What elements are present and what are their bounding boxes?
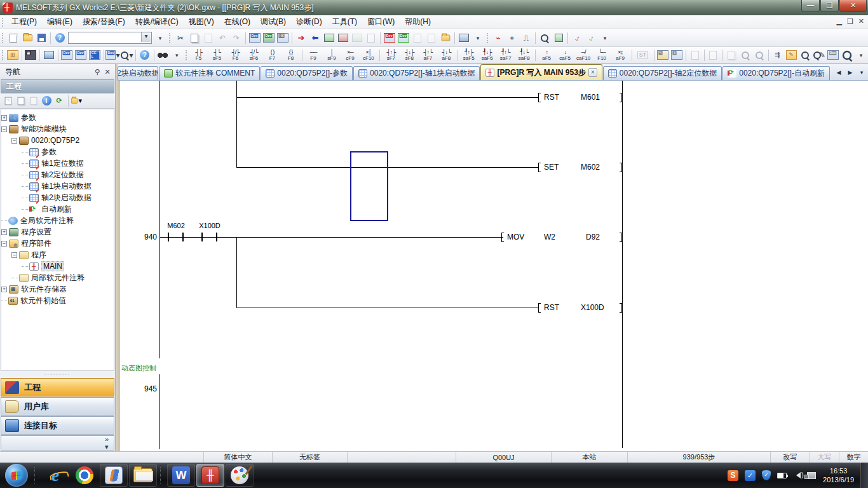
nav-more-button[interactable]: »▾ [1, 435, 114, 451]
ladder-key-delete-rung[interactable]: ×↨aF9 [612, 48, 629, 62]
copy-button[interactable] [188, 32, 201, 44]
read-from-plc-button[interactable]: ⬅ [309, 32, 322, 44]
ladder-key-vline[interactable]: │sF9 [323, 48, 340, 62]
restore-button[interactable]: ❑ [820, 0, 839, 12]
tree-item-device-initial-value[interactable]: 软元件初始值 [1, 295, 114, 306]
device-batch-monitor-icon[interactable]: HX [276, 32, 289, 44]
contact-x100d[interactable] [201, 233, 217, 241]
toolbar-overflow-icon[interactable]: ▾ [170, 49, 183, 62]
instruction-rst-m601[interactable]: RST M601 [538, 92, 622, 102]
tree-item-main[interactable]: MAIN [1, 261, 114, 272]
inline-comment-icon[interactable]: ✎ [656, 49, 669, 62]
tab-main-program[interactable]: [PRG]R 写入 MAIN 953步× [480, 64, 602, 80]
menu-tools[interactable]: 工具(T) [327, 15, 362, 29]
jump-button[interactable] [439, 32, 452, 44]
tree-item-program-setting[interactable]: +程序设置 [1, 226, 114, 238]
nav-close-icon[interactable]: ✕ [102, 68, 112, 76]
remote-operation-button[interactable] [365, 32, 377, 44]
tree-item-axis2-block-start[interactable]: 轴2块启动数据 [1, 192, 114, 203]
menu-view[interactable]: 视图(V) [184, 15, 219, 29]
ladder-key-coil[interactable]: ( )F7 [264, 48, 281, 62]
help-icon[interactable]: ? [53, 32, 66, 44]
instruction-rst-x100d[interactable]: RST X100D [538, 302, 622, 313]
ladder-key-pulse-ne-rise[interactable]: ┦↑├saF5 [460, 48, 477, 62]
tree-item-parameter[interactable]: +参数 [1, 112, 114, 123]
ladder-key-pulse-fall-branch[interactable]: ┤↓└aF8 [438, 48, 455, 62]
toolbar-overflow-icon[interactable]: ▾ [471, 32, 484, 44]
ladder-key-pulse-fall[interactable]: ┤↓├sF8 [401, 48, 418, 62]
instruction-set-m602[interactable]: SET M602 [538, 162, 622, 172]
taskbar-gxworks2-icon[interactable]: ╫ [196, 464, 224, 487]
tab-list-button[interactable]: ▾ [857, 67, 867, 78]
device-test-icon[interactable]: Dev [383, 32, 396, 44]
taskbar-explorer-icon[interactable] [129, 464, 157, 487]
menu-debug[interactable]: 调试(B) [255, 15, 291, 29]
monitor-stop-button[interactable] [337, 32, 349, 44]
watch-start-icon[interactable] [538, 32, 551, 44]
tray-network-icon[interactable] [807, 472, 816, 479]
tree-item-qd75p2[interactable]: −0020:QD75P2 [1, 135, 114, 146]
nav-sort-dropdown[interactable]: ▾ [71, 95, 82, 107]
ladder-editor[interactable]: RST M601 SET M602 940 M602 [118, 81, 868, 451]
menu-diagnostics[interactable]: 诊断(D) [291, 15, 327, 29]
toolbar-overflow-icon[interactable]: ▾ [855, 49, 867, 62]
device-comment-display-icon[interactable]: Dev [248, 32, 261, 44]
menu-online[interactable]: 在线(O) [219, 15, 255, 29]
nav-button-connection[interactable]: 连接目标 [1, 416, 114, 435]
mdi-close-button[interactable]: ✕ [858, 17, 864, 25]
ladder-key-hline[interactable]: ──F9 [304, 48, 322, 62]
menu-help[interactable]: 帮助(H) [400, 15, 436, 29]
ladder-key-delete-vline[interactable]: ×│cF10 [360, 48, 377, 62]
tab-qd75-parameter[interactable]: 0020:QD75P2[]-参数 [261, 66, 353, 80]
device-search-dropdown[interactable]: ▾ [120, 49, 133, 62]
tray-antivirus-icon[interactable]: ✓ [745, 470, 756, 481]
ladder-key-open-branch[interactable]: ┤└sF5 [208, 48, 226, 62]
show-desktop-button[interactable] [860, 463, 868, 488]
tree-item-qd75-parameter[interactable]: 参数 [1, 146, 114, 158]
verify-with-plc-button[interactable] [351, 32, 363, 44]
open-project-button[interactable] [21, 32, 34, 44]
device-ccl-icon[interactable]: CC-L [88, 49, 101, 62]
monitor-mode-icon[interactable] [799, 49, 811, 62]
tab-scroll-right-button[interactable]: ▶ [845, 67, 855, 78]
taskbar-clock[interactable]: 16:53 2013/6/19 [823, 466, 854, 484]
edit-disabled-2-icon[interactable] [707, 49, 719, 62]
tree-item-intelligent-module[interactable]: −智能功能模块 [1, 123, 114, 135]
inline-statement-icon[interactable]: -⊦ [670, 49, 683, 62]
toolbar-overflow-icon[interactable]: ▾ [599, 32, 611, 44]
pulse-tool-icon[interactable]: ⎍ [520, 32, 532, 44]
tab-axis2-block-start[interactable]: 轴2块启动数据 [118, 66, 158, 80]
redo-button[interactable]: ↷ [230, 32, 243, 44]
nav-splitter-handle[interactable]: ········· [0, 371, 115, 377]
menu-edit[interactable]: 编辑(E) [42, 15, 78, 29]
navigation-window-toggle[interactable]: ⊞ [6, 49, 19, 62]
save-project-button[interactable] [35, 32, 48, 44]
ladder-key-pulse-rise-branch[interactable]: ┤↑└aF7 [419, 48, 437, 62]
read-mode-icon[interactable]: ⇶ [771, 49, 783, 62]
tray-volume-icon[interactable] [793, 472, 801, 478]
menu-project[interactable]: 工程(P) [6, 15, 42, 29]
tab-device-comment[interactable]: 软元件注释 COMMENT [159, 66, 260, 80]
menu-window[interactable]: 窗口(W) [362, 15, 400, 29]
pin-icon[interactable]: ⚲ [92, 68, 102, 76]
contact-m602[interactable] [168, 233, 184, 241]
taskbar-writer-icon[interactable]: W [167, 464, 195, 487]
tree-item-axis2-positioning[interactable]: 轴2定位数据 [1, 169, 114, 180]
device-find-icon[interactable]: Dev [60, 49, 73, 62]
ladder-key-closed-contact[interactable]: ┤/├F6 [227, 48, 244, 62]
ladder-key-invert-result[interactable]: ─/caF10 [575, 48, 592, 62]
taskbar-app-icon[interactable] [100, 464, 128, 487]
ladder-key-pulse-ne-fall-branch[interactable]: ┦↓└saF8 [515, 48, 532, 62]
ladder-key-delete-hline[interactable]: ×─cF9 [341, 48, 358, 62]
toolbar-overflow-icon[interactable]: ▾ [154, 32, 166, 44]
undo-button[interactable]: ↶ [216, 32, 229, 44]
ladder-key-pulse-rise[interactable]: ┤↑├sF7 [383, 48, 400, 62]
scaling-1-icon[interactable]: ⍻ [571, 32, 583, 44]
help-2-icon[interactable]: ? [139, 49, 151, 62]
cut-button[interactable]: ✂ [174, 32, 187, 44]
tree-item-axis1-positioning[interactable]: 轴1定位数据 [1, 158, 114, 169]
monitor-write-mode-icon[interactable]: ✎ [813, 49, 825, 62]
paste-button[interactable] [202, 32, 215, 44]
module-configuration-icon[interactable]: ▦ [24, 49, 37, 62]
tree-item-global-device-comment[interactable]: 全局软元件注释 [1, 215, 114, 226]
